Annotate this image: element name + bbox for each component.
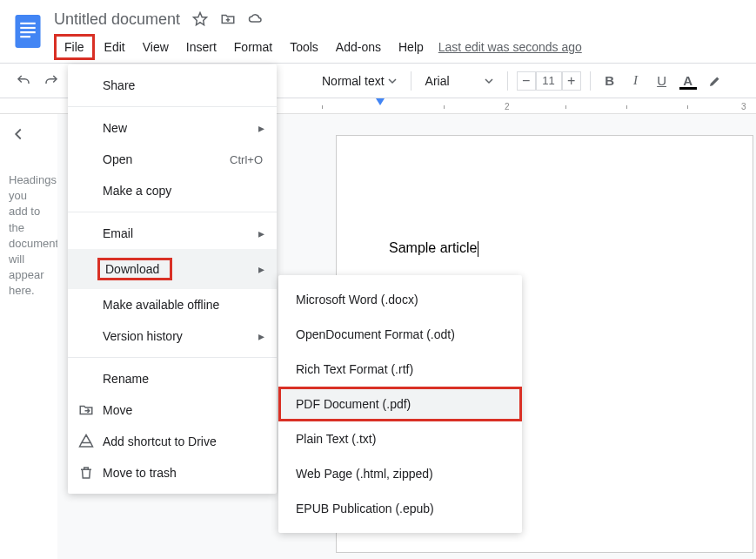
submenu-arrow-icon: ▸ — [258, 226, 264, 240]
outline-back-button[interactable] — [9, 125, 49, 146]
ruler-indent-marker[interactable] — [376, 98, 385, 105]
paragraph-style-dropdown[interactable]: Normal text — [317, 74, 402, 88]
menu-item-version-history[interactable]: Version history▸ — [68, 320, 277, 352]
menu-item-move-to-trash[interactable]: Move to trash — [68, 457, 277, 488]
redo-button[interactable] — [40, 70, 63, 92]
font-size-decrease[interactable]: − — [517, 71, 536, 91]
paragraph-style-label: Normal text — [322, 74, 385, 88]
menu-view[interactable]: View — [135, 37, 177, 57]
menu-item-download[interactable]: Download▸ — [68, 249, 277, 289]
docs-logo-icon[interactable] — [10, 9, 45, 54]
download-submenu: Microsoft Word (.docx) OpenDocument Form… — [278, 275, 522, 533]
font-size-input[interactable]: 11 — [536, 71, 562, 91]
bold-button[interactable]: B — [599, 73, 620, 88]
submenu-item-html[interactable]: Web Page (.html, zipped) — [278, 456, 522, 491]
menu-item-share[interactable]: Share — [68, 70, 277, 101]
svg-rect-1 — [20, 23, 35, 24]
font-family-label: Arial — [425, 74, 450, 88]
folder-move-icon — [78, 402, 94, 418]
submenu-item-txt[interactable]: Plain Text (.txt) — [278, 421, 522, 456]
ruler-tick: 3 — [741, 102, 746, 111]
submenu-item-pdf[interactable]: PDF Document (.pdf) — [278, 387, 522, 421]
svg-rect-2 — [20, 27, 35, 29]
submenu-item-docx[interactable]: Microsoft Word (.docx) — [278, 282, 522, 317]
outline-placeholder: Headings you add to the document will ap… — [9, 172, 49, 300]
submenu-arrow-icon: ▸ — [258, 329, 264, 343]
menu-item-make-offline[interactable]: Make available offline — [68, 289, 277, 320]
italic-button[interactable]: I — [626, 73, 646, 88]
drive-shortcut-icon — [78, 434, 94, 449]
document-text[interactable]: Sample article — [389, 240, 477, 255]
ruler-tick: 2 — [505, 102, 510, 111]
menu-tools[interactable]: Tools — [282, 37, 326, 57]
menu-item-rename[interactable]: Rename — [68, 363, 277, 394]
trash-icon — [78, 465, 94, 481]
submenu-arrow-icon: ▸ — [258, 262, 264, 276]
document-title[interactable]: Untitled document — [54, 10, 180, 29]
submenu-arrow-icon: ▸ — [258, 121, 264, 135]
submenu-item-rtf[interactable]: Rich Text Format (.rtf) — [278, 352, 522, 387]
move-folder-icon[interactable] — [220, 11, 236, 27]
star-icon[interactable] — [192, 11, 208, 27]
menu-item-move[interactable]: Move — [68, 394, 277, 426]
menu-item-make-copy[interactable]: Make a copy — [68, 175, 277, 206]
chevron-down-icon — [388, 74, 397, 88]
menu-addons[interactable]: Add-ons — [328, 37, 389, 57]
font-family-dropdown[interactable]: Arial — [420, 74, 498, 88]
menu-format[interactable]: Format — [226, 37, 280, 57]
submenu-item-odt[interactable]: OpenDocument Format (.odt) — [278, 317, 522, 352]
svg-marker-5 — [194, 13, 207, 25]
undo-button[interactable] — [12, 70, 35, 92]
font-size-increase[interactable]: + — [562, 71, 581, 91]
last-edit-link[interactable]: Last edit was seconds ago — [438, 40, 582, 54]
menu-help[interactable]: Help — [391, 37, 432, 57]
menu-item-email[interactable]: Email▸ — [68, 218, 277, 249]
file-menu-dropdown: Share New▸ OpenCtrl+O Make a copy Email▸… — [68, 64, 277, 494]
submenu-item-epub[interactable]: EPUB Publication (.epub) — [278, 491, 522, 526]
menu-item-add-shortcut[interactable]: Add shortcut to Drive — [68, 426, 277, 457]
highlight-button[interactable] — [704, 70, 726, 92]
text-cursor — [478, 241, 478, 257]
cloud-saved-icon[interactable] — [248, 11, 264, 27]
menu-item-new[interactable]: New▸ — [68, 112, 277, 144]
menu-file[interactable]: File — [54, 34, 95, 60]
svg-rect-3 — [20, 31, 35, 33]
menu-item-open[interactable]: OpenCtrl+O — [68, 144, 277, 175]
menu-insert[interactable]: Insert — [178, 37, 224, 57]
svg-rect-4 — [20, 36, 30, 37]
menu-edit[interactable]: Edit — [97, 37, 133, 57]
shortcut-label: Ctrl+O — [230, 153, 263, 166]
chevron-down-icon — [485, 74, 493, 88]
underline-button[interactable]: U — [652, 73, 672, 88]
text-color-button[interactable]: A — [678, 73, 699, 88]
